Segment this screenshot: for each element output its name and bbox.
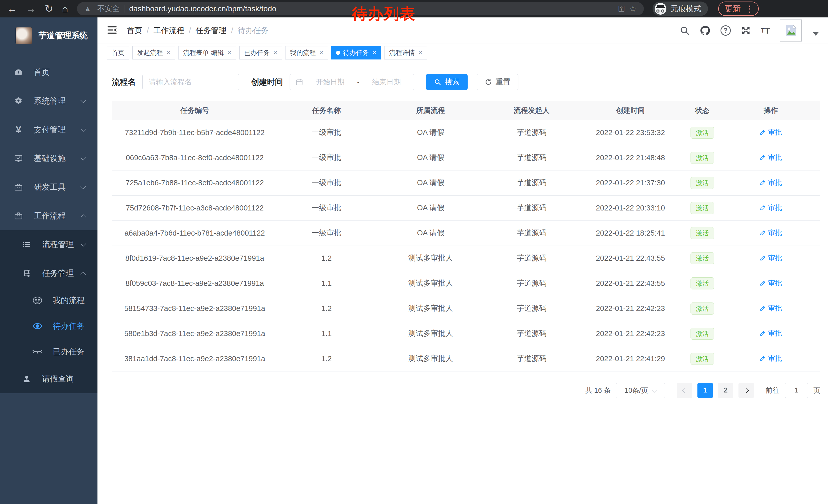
approve-link[interactable]: 审批 — [759, 203, 782, 212]
browser-menu-icon[interactable]: ⋮ — [745, 4, 754, 14]
tab-process-detail[interactable]: 流程详情 × — [384, 46, 427, 59]
approve-label: 审批 — [768, 228, 782, 237]
approve-link[interactable]: 审批 — [759, 228, 782, 237]
tab-todo-tasks[interactable]: 待办任务 × — [331, 46, 381, 59]
sidebar-item-home[interactable]: 首页 — [0, 58, 97, 87]
approve-label: 审批 — [768, 253, 782, 263]
tab-close-icon[interactable]: × — [166, 49, 170, 57]
caret-down-icon[interactable] — [813, 32, 819, 36]
collapse-sidebar-icon[interactable] — [107, 26, 118, 36]
sidebar-item-label: 任务管理 — [42, 268, 74, 279]
approve-link[interactable]: 审批 — [759, 278, 782, 288]
update-button[interactable]: 更新 ⋮ — [718, 2, 759, 16]
approve-link[interactable]: 审批 — [759, 253, 782, 263]
sidebar-item-label: 系统管理 — [34, 96, 66, 106]
edit-pencil-icon — [759, 255, 766, 261]
cell-status: 激活 — [684, 195, 721, 221]
page-button-2[interactable]: 2 — [718, 383, 733, 398]
cell-action: 审批 — [721, 245, 820, 271]
back-icon[interactable]: ← — [7, 4, 17, 14]
approve-label: 审批 — [768, 203, 782, 212]
sidebar-item-infra[interactable]: 基础设施 — [0, 144, 97, 173]
key-icon[interactable]: ⚿ — [618, 4, 625, 13]
sidebar-item-my-process[interactable]: 我的流程 — [0, 288, 97, 313]
goto-page-input[interactable] — [785, 383, 808, 398]
tab-close-icon[interactable]: × — [319, 49, 323, 57]
breadcrumb-item-current: 待办任务 — [238, 26, 268, 36]
cell-task-id: 8f059c03-7ac8-11ec-a9e2-a2380e71991a — [112, 271, 278, 296]
approve-link[interactable]: 审批 — [759, 128, 782, 137]
approve-link[interactable]: 审批 — [759, 354, 782, 363]
tab-done-tasks[interactable]: 已办任务 × — [239, 46, 282, 59]
cell-task-id: 8f0d1619-7ac8-11ec-a9e2-a2380e71991a — [112, 245, 278, 271]
prev-page-button[interactable] — [677, 383, 692, 398]
status-badge: 激活 — [691, 152, 714, 164]
page-button-1[interactable]: 1 — [697, 383, 713, 398]
sidebar-item-leave-query[interactable]: 请假查询 — [0, 365, 97, 393]
person-icon — [20, 374, 33, 383]
page-size-select[interactable]: 10条/页 — [616, 383, 665, 398]
approve-link[interactable]: 审批 — [759, 178, 782, 187]
cell-created: 2022-01-21 22:42:23 — [577, 321, 684, 346]
process-name-input[interactable] — [142, 74, 239, 90]
sidebar-item-todo-tasks[interactable]: 待办任务 — [0, 313, 97, 339]
search-button-label: 搜索 — [445, 77, 460, 87]
table-row: 381aa1dd-7ac8-11ec-a9e2-a2380e71991a1.2测… — [112, 346, 820, 371]
sidebar-item-workflow[interactable]: 工作流程 — [0, 201, 97, 230]
home-icon[interactable]: ⌂ — [62, 4, 68, 14]
sidebar-item-done-tasks[interactable]: 已办任务 — [0, 339, 97, 365]
reload-icon[interactable]: ↻ — [45, 4, 53, 14]
tab-form-edit[interactable]: 流程表单-编辑 × — [178, 46, 236, 59]
fullscreen-icon[interactable] — [741, 25, 751, 36]
cell-task-id: 73211d9d-7b9b-11ec-b5b7-acde48001122 — [112, 120, 278, 145]
breadcrumb-item[interactable]: 任务管理 — [196, 26, 226, 36]
sidebar-item-devtools[interactable]: 研发工具 — [0, 173, 97, 201]
monitor-icon — [12, 154, 25, 163]
sidebar-item-label: 研发工具 — [34, 182, 66, 192]
status-badge: 激活 — [691, 202, 714, 214]
forward-icon[interactable]: → — [26, 4, 36, 14]
cell-starter: 芋道源码 — [486, 296, 577, 321]
font-size-icon[interactable]: TT — [761, 26, 770, 36]
github-icon[interactable] — [700, 25, 711, 36]
cell-action: 审批 — [721, 296, 820, 321]
sidebar-item-task-mgmt[interactable]: 任务管理 — [0, 259, 97, 288]
breadcrumb-item[interactable]: 首页 — [127, 26, 142, 36]
tab-close-icon[interactable]: × — [227, 49, 232, 57]
help-icon[interactable]: ? — [720, 26, 731, 36]
breadcrumb-item[interactable]: 工作流程 — [153, 26, 184, 36]
sidebar-logo-row[interactable]: 芋道管理系统 — [0, 17, 97, 51]
cell-starter: 芋道源码 — [486, 170, 577, 195]
chevron-up-icon — [81, 214, 86, 220]
cell-status: 激活 — [684, 145, 721, 170]
tab-home[interactable]: 首页 — [107, 46, 129, 59]
tab-close-icon[interactable]: × — [274, 49, 277, 57]
search-icon[interactable] — [679, 26, 690, 36]
approve-link[interactable]: 审批 — [759, 329, 782, 338]
search-button[interactable]: 搜索 — [426, 74, 468, 90]
cell-starter: 芋道源码 — [486, 195, 577, 221]
cell-process: OA 请假 — [375, 145, 486, 170]
tab-close-icon[interactable]: × — [372, 49, 376, 57]
tab-my-process[interactable]: 我的流程 × — [285, 46, 328, 59]
date-range-picker[interactable]: 开始日期 - 结束日期 — [290, 74, 414, 90]
tab-close-icon[interactable]: × — [418, 49, 422, 57]
cell-task-name: 1.2 — [278, 346, 375, 371]
table-row: 069c6a63-7b8a-11ec-8ef0-acde48001122一级审批… — [112, 145, 820, 170]
status-badge: 激活 — [691, 127, 714, 139]
sidebar-item-system[interactable]: 系统管理 — [0, 87, 97, 116]
sidebar-item-process-mgmt[interactable]: 流程管理 — [0, 230, 97, 259]
approve-link[interactable]: 审批 — [759, 153, 782, 162]
tab-start-process[interactable]: 发起流程 × — [132, 46, 175, 59]
cell-process: OA 请假 — [375, 120, 486, 145]
star-icon[interactable]: ☆ — [629, 4, 637, 13]
next-page-button[interactable] — [739, 383, 754, 398]
avatar[interactable] — [780, 19, 802, 42]
cell-task-id: 725a1eb6-7b88-11ec-8ef0-acde48001122 — [112, 170, 278, 195]
approve-link[interactable]: 审批 — [759, 304, 782, 313]
cell-status: 激活 — [684, 296, 721, 321]
reset-button[interactable]: 重置 — [477, 74, 519, 90]
edit-pencil-icon — [759, 179, 766, 186]
range-separator: - — [357, 78, 359, 86]
sidebar-item-pay[interactable]: ¥ 支付管理 — [0, 116, 97, 144]
